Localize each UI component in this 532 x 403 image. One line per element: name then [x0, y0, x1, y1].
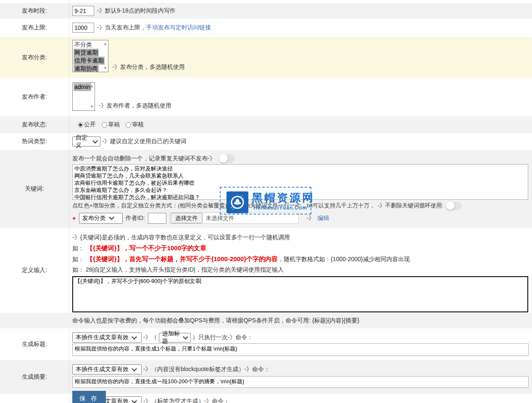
publish-limit-label: 发布上限:	[0, 18, 69, 37]
keywords-delete-toggle-label: 发布一个就会自动删除一个，记录重复关键词不发布-》	[72, 155, 216, 162]
scroll-up-arrow-icon[interactable]: ▲	[103, 42, 107, 46]
category-option[interactable]: 不分类	[74, 41, 93, 49]
text-cursor	[200, 278, 201, 284]
gen-title-command-textarea[interactable]: 根据我提供给你的内容，直接生成1个标题，只要1个标题 \n\n{标题}	[72, 343, 529, 356]
gen-summary-mode-select[interactable]: 本插件生成文章有效	[72, 364, 142, 374]
row-gen-title: 生成标题: 本插件生成文章有效 -》（ 追加标题 ）只执行一次-》命令： 根据我…	[0, 328, 532, 360]
chevron-down-icon	[92, 138, 98, 144]
category-option-selected[interactable]: 信用卡逾期	[74, 57, 105, 65]
publish-author-listbox[interactable]: admin ▲ ▼	[72, 82, 95, 111]
add-category-plus-button[interactable]: +	[72, 215, 76, 222]
example-prefix: 如：	[72, 256, 84, 262]
publish-time-hint: -》默认9-18点的时间段内写作	[97, 7, 176, 15]
command-note-text: 命令输入也是按字收费的，每个功能都会叠加QPS与费用，请根据QPS条件开启，命令…	[0, 317, 359, 324]
gen-summary-command-textarea[interactable]: 根据我提供给你的内容，直接生成一段100-200个字的摘要，\n\n{标题}	[72, 376, 529, 388]
chevron-down-icon	[109, 215, 114, 220]
keywords-label: 关键词:	[0, 150, 69, 228]
file-input[interactable]: 选择文件 未选择文件	[169, 212, 299, 224]
row-publish-author: 发布作者: admin ▲ ▼ -》发布作者，多选随机使用	[0, 78, 532, 116]
scroll-up-arrow-icon[interactable]: ▲	[90, 84, 94, 88]
author-id-label: 作者ID:	[126, 215, 145, 222]
radio-review[interactable]: 审核	[126, 121, 144, 128]
define-input-label: 定义输入:	[0, 228, 69, 313]
gen-summary-mode-value: 本插件生成文章有效	[76, 366, 129, 373]
row-hotword-type: 热词类型: 自定义 -》建议自定义使用自己的关键词	[0, 133, 532, 150]
top-sliver-label-cell	[0, 0, 69, 3]
gen-title-append-select[interactable]: 追加标题	[159, 333, 191, 343]
publish-status-label: 发布状态:	[0, 116, 69, 133]
publish-author-label: 发布作者:	[0, 78, 69, 116]
row-define-input: 定义输入: -》{关键词}是必须的，生成内容字数也在这里定义，可以设置多个一行一…	[0, 228, 532, 313]
category-option-selected[interactable]: 网贷逾期	[74, 49, 99, 57]
row-gen-summary: 生成摘要: 本插件生成文章有效 -》（内容没有blockquote标签才生成）-…	[0, 360, 532, 394]
row-keywords: 关键词: 发布一个就会自动删除一个，记录重复关键词不发布-》 中原消费逾期了怎么…	[0, 150, 532, 228]
gen-title-mid1: -》（	[143, 334, 157, 341]
author-option-selected[interactable]: admin	[74, 83, 91, 91]
publish-category-listbox[interactable]: 不分类 网贷逾期 信用卡逾期 逾期协商 ▲ ▼	[72, 40, 108, 72]
radio-draft[interactable]: 草稿	[102, 121, 120, 128]
publish-time-label: 发布时段:	[0, 3, 69, 18]
publish-limit-input[interactable]	[72, 23, 94, 33]
keywords-loop-toggle-label: -》不删除关键词循环使用:	[377, 202, 443, 209]
hotword-type-value: 自定义	[76, 134, 90, 149]
keywords-textarea[interactable]: 中原消费逾期了怎么办，应对及解决途径 网商贷逾期了怎么办，几天会联系紧急联系人 …	[72, 164, 528, 200]
publish-status-radio-group: 公开 草稿 审核	[78, 121, 144, 128]
gen-title-mode-select[interactable]: 本插件生成文章有效	[72, 332, 142, 343]
gen-title-append-value: 追加标题	[162, 330, 180, 345]
category-option-selected[interactable]: 逾期协商	[74, 65, 99, 72]
radio-public[interactable]: 公开	[78, 121, 96, 128]
scroll-down-arrow-icon[interactable]: ▼	[103, 66, 107, 70]
choose-file-button[interactable]: 选择文件	[171, 213, 203, 223]
radio-draft-label: 草稿	[108, 121, 120, 128]
edit-link[interactable]: 编辑	[317, 215, 329, 222]
chevron-down-icon	[132, 398, 137, 403]
gen-summary-hint: -》（内容没有blockquote标签才生成）-》命令：	[143, 366, 270, 373]
define-input-text: 【{关键词}】，并写不少于{600-900}个字的原创文章	[75, 278, 200, 284]
plugin-settings-page: 发布时段: -》默认9-18点的时间段内写作 发布上限: -》当天发布上限，手动…	[0, 0, 532, 403]
row-publish-limit: 发布上限: -》当天发布上限，手动发布与定时访问链接	[0, 18, 532, 37]
gen-title-label: 生成标题:	[0, 328, 69, 360]
chevron-down-icon	[132, 366, 137, 372]
row-publish-category: 发布分类: 不分类 网贷逾期 信用卡逾期 逾期协商 ▲ ▼ -》发布分类，多选随…	[0, 37, 532, 78]
loop-keyword-toggle[interactable]	[446, 202, 462, 210]
edit-arrow: -》	[307, 215, 315, 222]
hotword-type-label: 热词类型:	[0, 133, 69, 150]
radio-unchecked-icon	[126, 122, 131, 128]
upload-category-select[interactable]: 发布分类	[79, 213, 123, 224]
bottom-label-cell	[0, 394, 69, 403]
row-publish-status: 发布状态: 公开 草稿 审核	[0, 116, 532, 133]
gen-summary-label: 生成摘要:	[0, 360, 69, 394]
radio-unchecked-icon	[102, 122, 107, 128]
row-command-note: 命令输入也是按字收费的，每个功能都会叠加QPS与费用，请根据QPS条件开启，命令…	[0, 313, 532, 328]
author-id-input[interactable]	[148, 213, 166, 224]
chevron-down-icon	[132, 334, 137, 340]
gen-title-mode-value: 本插件生成文章有效	[76, 334, 129, 341]
define-input-hint-1: -》{关键词}是必须的，生成内容字数也在这里定义，可以设置多个一行一个随机调用	[72, 232, 532, 243]
hotword-type-hint: -》建议自定义使用自己的关键词	[102, 138, 187, 145]
row-top-sliver	[0, 0, 532, 3]
chevron-down-icon	[183, 334, 188, 340]
example-prefix: 如：	[72, 245, 84, 251]
define-input-hint-4: 如： 28|自定义输入，支持输入开头指定分类ID|，指定分类的关键词使用指定输入	[72, 264, 532, 275]
delete-keyword-toggle[interactable]	[219, 154, 235, 163]
example-rest: ，随机字数格式如：{1000-2000}减少相同内容出现	[278, 256, 410, 262]
hotword-type-select[interactable]: 自定义	[72, 136, 100, 147]
example-red-2: 【{关键词}】，首先写一个标题，并写不少于{1000-2000}个字的内容	[87, 255, 278, 262]
publish-category-hint: -》发布分类，多选随机使用	[112, 63, 185, 72]
publish-author-hint: -》发布作者，多选随机使用	[99, 102, 171, 111]
radio-public-label: 公开	[84, 121, 96, 128]
row-publish-time: 发布时段: -》默认9-18点的时间段内写作	[0, 3, 532, 18]
scroll-down-arrow-icon[interactable]: ▼	[90, 105, 94, 109]
manual-publish-link[interactable]: 手动发布与定时访问链接	[146, 24, 211, 31]
publish-time-input[interactable]	[72, 6, 94, 16]
toggle-knob	[446, 201, 455, 210]
define-input-textarea[interactable]: 【{关键词}】，并写不少于{600-900}个字的原创文章	[72, 276, 528, 312]
radio-checked-icon	[78, 122, 83, 128]
gen-title-mid2: ）只执行一次-》命令：	[192, 334, 253, 341]
file-status-text: 未选择文件	[206, 215, 234, 222]
upload-category-value: 发布分类	[82, 215, 106, 222]
keywords-upload-hint: 点红色+增加分类，自定义独立分类方式：(相同分类会被覆盖)，上传txt关键词文件…	[72, 202, 375, 209]
save-button[interactable]: 保 存	[72, 391, 106, 403]
example-red-1: 【{关键词}】，写一个不少于1000字的文章	[87, 244, 206, 251]
toggle-knob	[219, 154, 228, 163]
